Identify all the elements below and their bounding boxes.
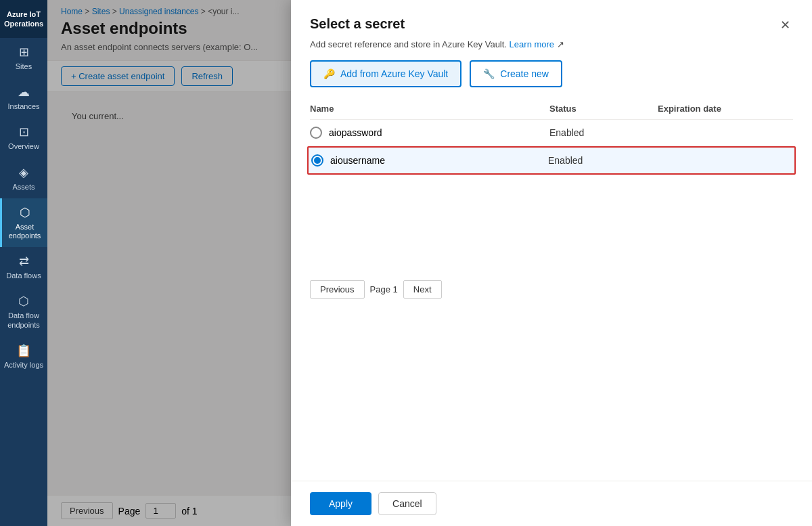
sidebar-item-label: Data flows (6, 271, 41, 280)
modal-spacer (291, 307, 812, 481)
col-expiration: Expiration date (658, 104, 793, 114)
modal-previous-button[interactable]: Previous (310, 280, 365, 299)
radio-inner-dot (314, 157, 321, 164)
modal-page-indicator: Page 1 (370, 284, 398, 294)
assets-icon: ◈ (19, 165, 28, 180)
instances-icon: ☁ (18, 85, 30, 100)
sidebar-item-sites[interactable]: ⊞ Sites (0, 38, 47, 78)
sidebar-item-asset-endpoints[interactable]: ⬡ Asset endpoints (0, 198, 47, 247)
learn-more-link[interactable]: Learn more (510, 39, 554, 49)
cancel-button[interactable]: Cancel (378, 492, 436, 515)
sidebar-item-overview[interactable]: ⊡ Overview (0, 118, 47, 158)
modal-subtitle: Add secret reference and store in Azure … (291, 34, 812, 49)
sidebar-item-label: Data flow endpoints (3, 311, 45, 329)
create-new-label: Create new (500, 68, 549, 79)
secrets-table: Name Status Expiration date aiopassword … (291, 98, 812, 272)
row-name-cell: aiousername (311, 154, 548, 167)
modal-next-button[interactable]: Next (403, 280, 442, 299)
add-from-vault-button[interactable]: 🔑 Add from Azure Key Vault (310, 60, 461, 87)
sidebar-item-instances[interactable]: ☁ Instances (0, 78, 47, 118)
modal-pagination: Previous Page 1 Next (291, 272, 812, 307)
app-title: Azure IoT Operations (0, 0, 47, 38)
sidebar-item-label: Sites (16, 62, 32, 71)
create-new-secret-button[interactable]: 🔧 Create new (470, 60, 562, 87)
modal-header: Select a secret ✕ (291, 0, 812, 34)
row-name-cell: aiopassword (310, 127, 549, 139)
overview-icon: ⊡ (19, 125, 29, 139)
asset-endpoints-icon: ⬡ (20, 205, 30, 220)
apply-button[interactable]: Apply (310, 492, 371, 515)
activity-logs-icon: 📋 (16, 343, 31, 358)
main-content: Home > Sites > Unassigned instances > <y… (47, 0, 812, 526)
col-name: Name (310, 104, 549, 114)
radio-aiousername[interactable] (311, 154, 323, 167)
radio-aiopassword[interactable] (310, 127, 322, 139)
sidebar: Azure IoT Operations ⊞ Sites ☁ Instances… (0, 0, 47, 526)
sidebar-item-label: Overview (8, 142, 39, 151)
status-cell: Enabled (548, 155, 656, 166)
sidebar-item-label: Asset endpoints (5, 223, 45, 240)
modal-close-button[interactable]: ✕ (777, 16, 793, 34)
modal-top-actions: 🔑 Add from Azure Key Vault 🔧 Create new (291, 49, 812, 98)
table-row[interactable]: aiopassword Enabled (310, 120, 793, 146)
sidebar-item-label: Activity logs (4, 361, 43, 370)
sidebar-item-data-flow-endpoints[interactable]: ⬡ Data flow endpoints (0, 287, 47, 336)
status-cell: Enabled (549, 127, 658, 138)
col-status: Status (549, 104, 658, 114)
create-icon: 🔧 (483, 68, 495, 79)
data-flow-endpoints-icon: ⬡ (18, 294, 29, 309)
sidebar-item-label: Instances (7, 102, 39, 111)
sidebar-item-activity-logs[interactable]: 📋 Activity logs (0, 336, 47, 376)
modal-select-secret: Select a secret ✕ Add secret reference a… (291, 0, 812, 526)
table-header: Name Status Expiration date (310, 98, 793, 120)
secret-name: aiousername (330, 155, 385, 166)
sidebar-item-assets[interactable]: ◈ Assets (0, 158, 47, 198)
data-flows-icon: ⇄ (19, 254, 29, 269)
modal-title: Select a secret (310, 16, 405, 32)
sidebar-item-data-flows[interactable]: ⇄ Data flows (0, 247, 47, 287)
sidebar-item-label: Assets (12, 183, 35, 192)
vault-icon: 🔑 (323, 68, 335, 79)
sites-icon: ⊞ (19, 45, 29, 60)
external-link-icon: ↗ (557, 39, 564, 49)
modal-subtitle-text: Add secret reference and store in Azure … (310, 39, 507, 49)
table-row-selected[interactable]: aiousername Enabled (307, 146, 796, 175)
add-from-vault-label: Add from Azure Key Vault (340, 68, 448, 79)
modal-footer: Apply Cancel (291, 481, 812, 526)
secret-name: aiopassword (329, 127, 382, 138)
